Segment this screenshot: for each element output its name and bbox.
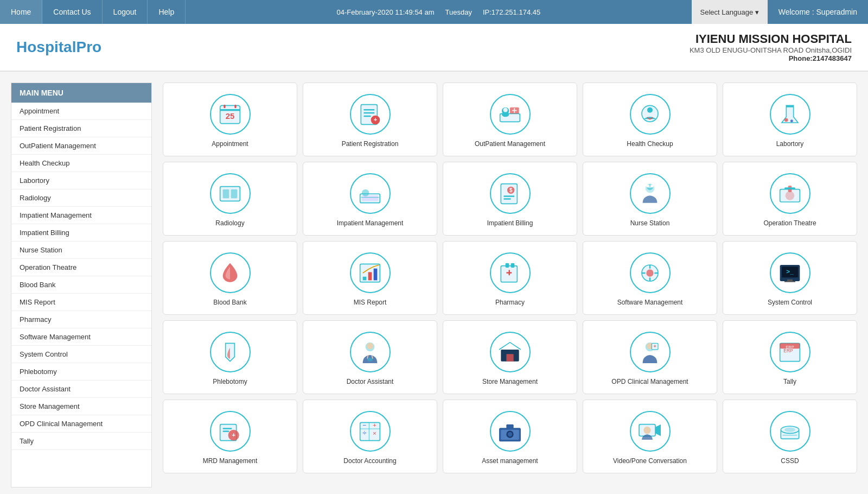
laboratory-icon [770,94,810,135]
grid-card-cssd[interactable]: CSSD [723,400,857,473]
card-label: Doctor Accounting [343,457,396,465]
doctor-accounting-icon: ÷ + × − [350,411,391,452]
grid-card-radiology[interactable]: Radiology [163,162,297,236]
grid-card-laboratory[interactable]: Labortory [723,83,857,156]
svg-rect-3 [234,104,236,108]
svg-text:+: + [654,343,656,349]
grid-card-impatient-mgmt[interactable]: Impatient Management [303,162,437,236]
store-mgmt-icon [490,332,531,372]
blood-bank-icon [210,252,251,293]
sidebar-item[interactable]: Radiology [11,189,151,207]
sidebar-item[interactable]: MIS Report [11,294,151,311]
grid-card-patient-reg[interactable]: + Patient Registration [303,83,437,156]
sidebar-item[interactable]: Pharmacy [11,311,151,328]
svg-rect-7 [363,112,374,113]
svg-rect-20 [786,105,793,107]
sidebar-item[interactable]: Operation Theatre [11,259,151,276]
svg-point-67 [367,358,373,362]
grid-card-mrd-mgmt[interactable]: + MRD Management [163,400,297,473]
card-label: Video/Pone Conversation [613,457,687,465]
grid-card-health-checkup[interactable]: Health Checkup [583,83,717,156]
svg-rect-42 [784,187,795,189]
svg-rect-94 [506,424,513,428]
sidebar-item[interactable]: Store Management [11,398,151,415]
grid-card-nurse-station[interactable]: + Nurse Station [583,162,717,236]
grid-card-software-mgmt[interactable]: Software Management [583,241,717,315]
hospital-info: IYIENU MISSION HOSPITAL KM3 OLD ENUGU-ON… [690,32,852,62]
sidebar-item[interactable]: Impatient Billing [11,224,151,242]
card-label: Impatient Management [337,219,404,227]
asset-mgmt-icon [490,411,531,452]
svg-rect-25 [231,189,238,198]
sidebar-item[interactable]: System Control [11,346,151,363]
grid-area: 25 Appointment + Patient Registration Ou… [163,83,857,487]
grid-card-doctor-assistant[interactable]: Doctor Assistant [303,320,437,394]
grid-card-pharmacy[interactable]: Pharmacy [443,241,577,315]
nav-home[interactable]: Home [0,0,42,24]
grid-card-operation-theatre[interactable]: Operation Theatre [723,162,857,236]
card-label: System Control [768,299,812,306]
grid-card-opd-clinical[interactable]: + OPD Clinical Management [583,320,717,394]
grid-card-store-mgmt[interactable]: Store Management [443,320,577,394]
sidebar-item[interactable]: Patient Registration [11,120,151,137]
svg-text:−: − [363,421,367,428]
nav-help[interactable]: Help [148,0,186,24]
grid-card-doctor-accounting[interactable]: ÷ + × − Doctor Accounting [303,400,437,473]
grid-card-phlebotomy[interactable]: Phlebotomy [163,320,297,394]
hospital-name: IYIENU MISSION HOSPITAL [690,32,852,46]
sidebar-item[interactable]: Blood Bank [11,276,151,294]
day-display: Tuesday [445,8,472,16]
nav-logout[interactable]: Logout [103,0,148,24]
grid-card-blood-bank[interactable]: Blood Bank [163,241,297,315]
svg-text:$: $ [509,187,513,193]
card-label: Appointment [212,140,248,148]
phlebotomy-icon [210,332,251,372]
main-container: MAIN MENU AppointmentPatient Registratio… [0,72,868,494]
sidebar-item[interactable]: Labortory [11,172,151,189]
svg-rect-2 [224,104,225,108]
sidebar-item[interactable]: Impatient Management [11,207,151,224]
outpatient-icon [490,94,531,135]
sidebar-item[interactable]: Phlebotomy [11,363,151,381]
sidebar-item[interactable]: Doctor Assistant [11,381,151,398]
sidebar-item[interactable]: Health Checkup [11,155,151,172]
sidebar-item[interactable]: Tally [11,433,151,450]
svg-point-97 [643,426,650,433]
pharmacy-icon [490,252,531,293]
grid-card-outpatient[interactable]: OutPatient Management [443,83,577,156]
svg-point-40 [786,191,795,200]
sidebar-header: MAIN MENU [11,83,151,103]
svg-point-21 [784,118,788,122]
sidebar-item[interactable]: Nurse Station [11,242,151,259]
svg-text:25: 25 [226,111,235,121]
svg-rect-8 [363,115,371,117]
svg-point-19 [647,107,653,112]
svg-rect-61 [784,281,795,282]
grid-card-appointment[interactable]: 25 Appointment [163,83,297,156]
svg-rect-81 [223,428,232,429]
svg-rect-33 [503,195,514,197]
svg-rect-69 [506,354,513,361]
card-label: MIS Report [354,299,387,306]
datetime-display: 04-February-2020 11:49:54 am [337,8,435,16]
sidebar-item[interactable]: OutPatient Management [11,137,151,155]
grid-card-video-conv[interactable]: Video/Pone Conversation [583,400,717,473]
card-label: Labortory [776,140,804,148]
language-select[interactable]: Select Language ▾ [692,0,768,24]
sidebar-item[interactable]: OPD Clinical Management [11,415,151,433]
card-label: OutPatient Management [475,140,545,148]
grid-card-mis-report[interactable]: MIS Report [303,241,437,315]
grid-card-impatient-billing[interactable]: $ Impatient Billing [443,162,577,236]
sidebar-item[interactable]: Software Management [11,328,151,346]
grid-card-tally[interactable]: ERP ERP Tally [723,320,857,394]
nav-contact[interactable]: Contact Us [42,0,102,24]
sidebar-item[interactable]: Appointment [11,103,151,120]
patient-reg-icon: + [350,94,391,135]
svg-text:ERP: ERP [786,344,794,349]
grid-card-system-control[interactable]: >_ System Control [723,241,857,315]
appointment-icon: 25 [210,94,251,135]
grid-card-asset-mgmt[interactable]: Asset management [443,400,577,473]
impatient-mgmt-icon [350,173,391,214]
hospital-address: KM3 OLD ENUGU-ONITSHA ROAD Onitsha,OGIDI [690,46,852,54]
svg-text:>_: >_ [786,267,794,274]
